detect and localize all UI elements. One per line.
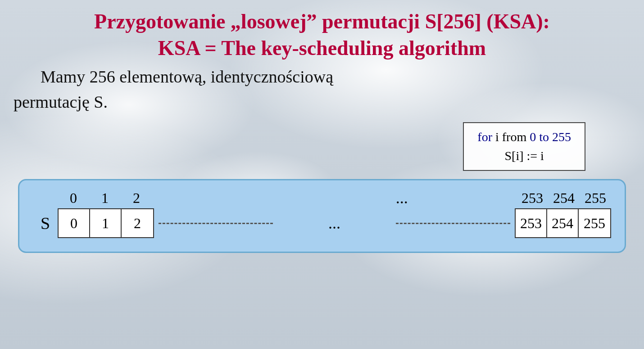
array-container: 0 1 2 ... 253 254 255 S 0 1 2 [18, 179, 626, 253]
main-content: Przygotowanie „losowej” permutacji S[256… [0, 0, 644, 262]
code-255: 255 [549, 130, 571, 144]
cells-group-right: 253 254 255 [515, 208, 611, 238]
cell-2: 2 [122, 209, 153, 237]
array-label: S [33, 213, 58, 233]
index-255: 255 [580, 190, 611, 207]
code-i: i [492, 130, 502, 144]
dashed-line-container [154, 223, 277, 224]
dashed-line-right [396, 223, 510, 224]
data-row: S 0 1 2 ... 253 254 255 [33, 208, 611, 238]
index-1: 1 [89, 190, 121, 207]
index-2: 2 [121, 190, 152, 207]
code-box-wrapper: for i from 0 to 255 S[i] := i [14, 122, 630, 171]
data-dots: ... [277, 214, 392, 233]
title-line1: Przygotowanie „losowej” permutacji S[256… [14, 9, 630, 34]
code-0: 0 [526, 130, 539, 144]
index-row: 0 1 2 ... 253 254 255 [33, 188, 611, 207]
dashed-line-container-right [391, 223, 515, 224]
code-to: to [539, 130, 549, 144]
dashed-line [159, 223, 273, 224]
cell-253: 253 [516, 209, 547, 237]
code-box: for i from 0 to 255 S[i] := i [463, 122, 585, 171]
cell-0: 0 [59, 209, 90, 237]
code-line1: for i from 0 to 255 [477, 128, 571, 147]
cell-1: 1 [90, 209, 122, 237]
cell-255: 255 [579, 209, 610, 237]
cells-group-left: 0 1 2 [58, 208, 154, 238]
index-254: 254 [548, 190, 580, 207]
description-line1: Mamy 256 elementową, identycznościową [14, 66, 630, 88]
description-line2: permutację S. [14, 91, 630, 113]
cell-254: 254 [547, 209, 579, 237]
index-0: 0 [58, 190, 89, 207]
index-dots: ... [287, 188, 517, 207]
index-253: 253 [517, 190, 548, 207]
code-for: for [477, 130, 492, 144]
index-cells-right: 253 254 255 [517, 190, 611, 207]
index-cells-left: 0 1 2 [58, 190, 287, 207]
code-line2: S[i] := i [477, 147, 571, 165]
code-from: from [502, 130, 526, 144]
title-line2: KSA = The key-scheduling algorithm [14, 36, 630, 60]
